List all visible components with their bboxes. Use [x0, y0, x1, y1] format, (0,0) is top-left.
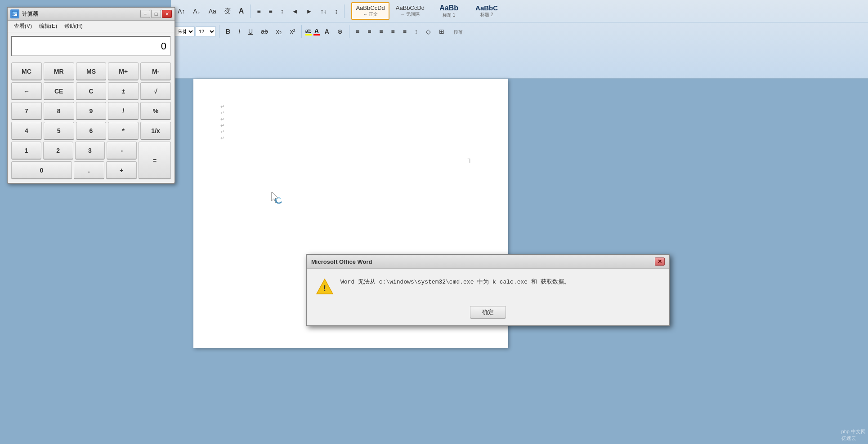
svg-rect-5 — [13, 13, 13, 14]
para-mark-6: ↵ — [220, 135, 224, 141]
calc-btn-4[interactable]: 4 — [11, 122, 42, 140]
dialog-close-btn[interactable]: ✕ — [655, 258, 665, 266]
clear-all-btn[interactable]: A — [322, 26, 332, 37]
increase-indent-btn[interactable]: ► — [303, 6, 316, 17]
calc-menu-view[interactable]: 查看(V) — [10, 22, 36, 31]
dialog-message: Word 无法从 c:\windows\system32\cmd.exe 中为 … — [340, 278, 570, 287]
para-mark-2: ↵ — [220, 110, 224, 116]
doc-line-2: ↵ — [220, 110, 481, 116]
ruler-mark: ┐ — [468, 155, 472, 162]
calc-restore-btn[interactable]: □ — [151, 10, 161, 18]
loading-cursor — [270, 191, 282, 205]
underline-btn[interactable]: U — [245, 26, 256, 37]
line-spacing-btn[interactable]: ↕ — [412, 26, 421, 37]
calc-btn-7[interactable]: 7 — [11, 102, 42, 120]
calc-btn-plus[interactable]: + — [106, 161, 137, 179]
transform-btn[interactable]: 变 — [221, 5, 234, 17]
svg-rect-7 — [15, 13, 17, 16]
calc-btn-sqrt[interactable]: √ — [140, 82, 171, 100]
svg-rect-4 — [13, 12, 17, 13]
style-normal-preview: AaBbCcDd — [356, 4, 385, 11]
calc-menu-edit[interactable]: 编辑(E) — [36, 22, 61, 31]
strikethrough-btn[interactable]: ab — [258, 26, 271, 37]
calc-btn-dot[interactable]: . — [74, 161, 104, 179]
align-justify-btn[interactable]: ≡ — [388, 26, 398, 37]
subscript-btn[interactable]: x₂ — [273, 26, 285, 37]
change-case-btn[interactable]: Aa — [206, 6, 219, 17]
char-style-btn[interactable]: ⊕ — [334, 26, 346, 37]
calc-minimize-btn[interactable]: − — [140, 10, 150, 18]
watermark-text: php 中文网亿速云 — [841, 429, 866, 441]
font-size-select[interactable]: 12 — [196, 27, 216, 36]
para-mark-1: ↵ — [220, 104, 224, 110]
bold-btn[interactable]: B — [223, 26, 233, 37]
style-h1-label: 标题 1 — [443, 12, 455, 18]
paragraph-section: 段落 — [454, 27, 463, 36]
calc-row-memory: MC MR MS M+ M- — [11, 62, 171, 80]
decrease-indent-btn[interactable]: ◄ — [289, 6, 301, 17]
calc-btn-2[interactable]: 2 — [43, 142, 73, 160]
clear-format-btn[interactable]: A — [236, 5, 247, 17]
font-decrease-btn[interactable]: A↓ — [190, 6, 203, 17]
calc-menu-help[interactable]: 帮助(H) — [61, 22, 86, 31]
align-left-btn[interactable]: ≡ — [353, 26, 362, 37]
calc-titlebar: 计算器 − □ ✕ — [8, 8, 174, 21]
calc-btn-c[interactable]: C — [76, 82, 107, 100]
numbered-list-btn[interactable]: ≡ — [266, 6, 276, 17]
svg-text:!: ! — [323, 284, 326, 293]
show-marks-btn[interactable]: ↨ — [331, 6, 341, 17]
font-increase-btn[interactable]: A↑ — [174, 6, 188, 17]
calc-btn-mminus[interactable]: M- — [140, 62, 171, 80]
font-color-btn[interactable]: A — [313, 27, 320, 36]
calc-btn-percent[interactable]: % — [140, 102, 171, 120]
calc-btn-reciprocal[interactable]: 1/x — [140, 122, 171, 140]
calc-btn-9[interactable]: 9 — [76, 102, 107, 120]
align-center-btn[interactable]: ≡ — [364, 26, 374, 37]
calc-btn-sign[interactable]: ± — [108, 82, 139, 100]
calc-display: 0 — [11, 36, 171, 56]
calc-btn-6[interactable]: 6 — [76, 122, 107, 140]
calc-btn-mr[interactable]: MR — [44, 62, 74, 80]
calc-row-123: 1 2 3 - 0 . + = — [11, 142, 171, 179]
calc-btn-divide[interactable]: / — [108, 102, 139, 120]
calc-btn-3[interactable]: 3 — [75, 142, 105, 160]
dialog-confirm-btn[interactable]: 确定 — [470, 306, 506, 319]
font-name-select[interactable]: 宋体 — [174, 27, 195, 36]
calc-row-123-top: 1 2 3 - — [11, 142, 137, 160]
para-mark-4: ↵ — [220, 123, 224, 129]
ribbon-toolbar-row2: 宋体 12 B I U ab x₂ x² ab A A ⊕ ≡ ≡ ≡ ≡ ≡ … — [171, 22, 868, 40]
calc-btn-minus[interactable]: - — [107, 142, 137, 160]
style-normal[interactable]: AaBbCcDd ← 正文 — [351, 2, 389, 20]
style-heading1[interactable]: AaBb 标题 1 — [431, 2, 467, 21]
style-h2-label: 标题 2 — [480, 12, 493, 18]
italic-btn[interactable]: I — [235, 26, 243, 37]
list-btn[interactable]: ≡ — [254, 6, 264, 17]
calc-btn-5[interactable]: 5 — [44, 122, 74, 140]
multilevel-list-btn[interactable]: ↕ — [277, 6, 287, 17]
sort-btn[interactable]: ↑↓ — [317, 6, 330, 17]
shading-btn[interactable]: ◇ — [423, 26, 434, 37]
borders-btn[interactable]: ⊞ — [436, 26, 447, 37]
calc-btn-mc[interactable]: MC — [11, 62, 42, 80]
columns-btn[interactable]: ≡ — [400, 26, 410, 37]
doc-line-1: ↵ — [220, 103, 481, 110]
dialog-body: ! Word 无法从 c:\windows\system32\cmd.exe 中… — [307, 269, 669, 302]
highlight-color-btn[interactable]: ab — [305, 27, 311, 36]
calc-btn-0[interactable]: 0 — [11, 161, 72, 179]
ribbon-toolbar-row1: A↑ A↓ Aa 变 A ≡ ≡ ↕ ◄ ► ↑↓ ↨ AaBbCcDd ← 正… — [171, 0, 868, 22]
calc-btn-backspace[interactable]: ← — [11, 82, 42, 100]
calc-menubar: 查看(V) 编辑(E) 帮助(H) — [8, 21, 174, 32]
style-no-spacing[interactable]: AaBbCcDd ← 无间隔 — [391, 2, 429, 20]
calc-btn-8[interactable]: 8 — [44, 102, 74, 120]
calc-btn-ms[interactable]: MS — [76, 62, 107, 80]
calc-btn-1[interactable]: 1 — [11, 142, 41, 160]
calc-close-btn[interactable]: ✕ — [162, 10, 172, 18]
align-right-btn[interactable]: ≡ — [376, 26, 386, 37]
calc-btn-mplus[interactable]: M+ — [108, 62, 139, 80]
calc-btn-ce[interactable]: CE — [44, 82, 74, 100]
calc-btn-equals[interactable]: = — [139, 142, 171, 179]
style-heading2[interactable]: AaBbC 标题 2 — [469, 2, 505, 20]
calc-row-0dot-bottom: 0 . + — [11, 161, 137, 179]
calc-btn-multiply[interactable]: * — [108, 122, 139, 140]
superscript-btn[interactable]: x² — [287, 26, 299, 37]
